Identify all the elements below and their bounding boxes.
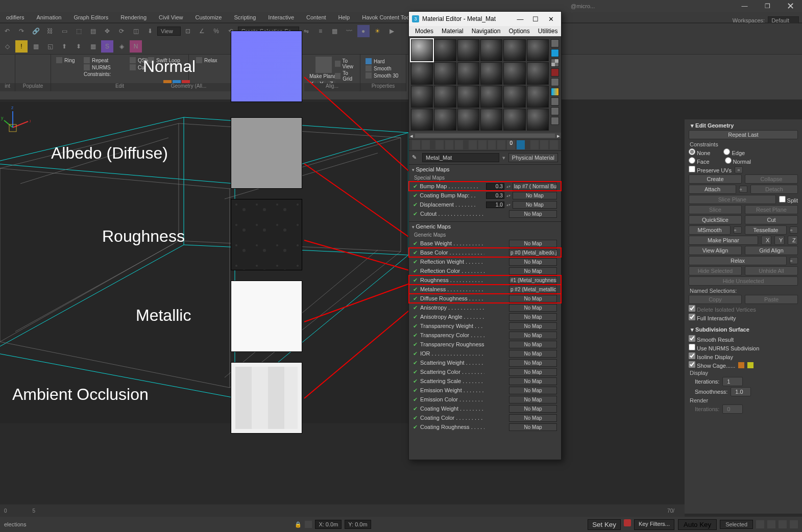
preview-icon[interactable] [551, 88, 559, 96]
video-check-icon[interactable] [551, 78, 559, 86]
slice-plane-button[interactable]: Slice Plane [689, 195, 776, 204]
constraint-face[interactable]: Face [689, 157, 710, 165]
map-amount-spinner[interactable]: 1.0 [486, 201, 504, 208]
n-icon[interactable]: N [130, 40, 142, 53]
select-by-mat-icon[interactable] [551, 107, 559, 115]
render-setup-icon[interactable]: ☀ [372, 25, 384, 37]
next-key-icon[interactable] [779, 520, 787, 528]
material-slot[interactable] [480, 86, 502, 108]
constraint-edge[interactable]: Edge [723, 148, 745, 156]
map-enable-check[interactable]: ✔ [413, 277, 418, 284]
preserve-uvs-check[interactable]: Preserve UVs [689, 166, 732, 173]
map-enable-check[interactable]: ✔ [413, 360, 418, 366]
map-slot-button[interactable]: No Map [509, 387, 557, 394]
me-menu-options[interactable]: Options [504, 28, 533, 35]
end-icon[interactable] [790, 520, 798, 528]
make-copy-icon[interactable] [469, 140, 477, 149]
material-slot[interactable] [411, 109, 433, 131]
assign-icon[interactable] [435, 140, 444, 149]
redo-icon[interactable]: ↷ [15, 25, 28, 37]
array-icon[interactable]: ▦ [30, 40, 42, 53]
move-icon[interactable]: ✥ [101, 25, 113, 37]
menu-modifiers[interactable]: odifiers [0, 13, 30, 21]
map-slot-button[interactable]: No Map [509, 423, 557, 431]
snapshot-icon[interactable]: ◱ [44, 40, 56, 53]
map-amount-spinner[interactable]: 0.3 [486, 192, 504, 199]
get-material-icon[interactable] [412, 140, 420, 149]
map-slot-button[interactable]: No Map [509, 267, 557, 275]
menu-content[interactable]: Content [300, 13, 332, 21]
map-slot-button[interactable]: No Map [509, 210, 557, 218]
backlight-icon[interactable] [551, 49, 559, 57]
snap-icon[interactable]: ⊡ [182, 25, 194, 37]
delete-isolated-check[interactable]: Delete Isolated Vertices [689, 305, 756, 313]
map-enable-check[interactable]: ✔ [413, 341, 418, 348]
put-to-scene-icon[interactable] [422, 140, 430, 149]
material-slot[interactable] [503, 109, 525, 131]
material-slot[interactable] [434, 86, 456, 108]
full-interactivity-check[interactable]: Full Interactivity [689, 314, 736, 321]
render-icon[interactable]: ▶ [386, 25, 398, 37]
map-enable-check[interactable]: ✔ [413, 183, 418, 190]
map-slot-button[interactable]: No Map [509, 405, 557, 413]
key-filter-dropdown[interactable]: Selected [720, 520, 753, 529]
smooth-button[interactable]: Smooth [363, 65, 400, 72]
key-icon[interactable] [624, 519, 631, 526]
selection-lock-icon[interactable] [305, 521, 312, 528]
map-enable-check[interactable]: ✔ [413, 286, 418, 293]
map-enable-check[interactable]: ✔ [413, 396, 418, 403]
attach-button[interactable]: Attach [689, 185, 736, 194]
undo-icon[interactable]: ↶ [1, 25, 13, 37]
preserve-uvs-settings[interactable]: ▫ [735, 166, 743, 173]
collapse-button[interactable]: Collapse [745, 174, 798, 184]
material-slot[interactable] [527, 86, 549, 108]
prev-key-icon[interactable] [767, 520, 775, 528]
material-name-input[interactable]: Metal_Mat [422, 153, 499, 162]
detach-button[interactable]: Detach [750, 185, 798, 194]
hide-unselected-button[interactable]: Hide Unselected [689, 276, 798, 286]
planar-z[interactable]: Z [788, 236, 798, 245]
map-slot-button[interactable]: No Map [509, 313, 557, 321]
material-slot[interactable] [480, 39, 502, 61]
iterations-spinner[interactable]: 1 [722, 377, 743, 386]
reset-icon[interactable] [445, 140, 453, 149]
y-coord[interactable]: Y: 0.0m [345, 520, 371, 529]
material-slot[interactable] [480, 109, 502, 131]
map-slot-button[interactable]: No Map [509, 396, 557, 403]
material-slot[interactable] [457, 109, 479, 131]
hide-selected-button[interactable]: Hide Selected [689, 266, 742, 275]
zero-icon[interactable]: 0 [507, 140, 515, 149]
show-map-icon[interactable] [517, 140, 525, 149]
map-enable-check[interactable]: ✔ [413, 201, 418, 208]
me-menu-utilities[interactable]: Utilities [534, 28, 562, 35]
material-slot[interactable] [411, 86, 433, 108]
flag-icon[interactable]: ! [15, 40, 28, 53]
material-slot[interactable] [527, 62, 549, 84]
material-slot[interactable] [503, 39, 525, 61]
repeat-button[interactable]: Repeat [82, 57, 113, 64]
map-slot-button[interactable]: p #2 (Metal_metallic.j [509, 286, 557, 293]
dialog-close[interactable]: ✕ [544, 14, 558, 24]
menu-animation[interactable]: Animation [30, 13, 67, 21]
constraint-normal[interactable]: Normal [725, 157, 751, 165]
material-slot[interactable] [411, 62, 433, 84]
map-slot-button[interactable]: No Map [509, 304, 557, 312]
map-slot-button[interactable]: No Map [509, 414, 557, 422]
material-type-button[interactable]: Physical Material [508, 153, 558, 162]
uv-tiling-icon[interactable] [551, 68, 559, 77]
attach-settings[interactable]: ▫ [739, 186, 747, 193]
rotate-icon[interactable]: ⟳ [115, 25, 128, 37]
x-coord[interactable]: X: 0.0m [315, 520, 342, 529]
preset-icon[interactable]: ◈ [115, 40, 128, 53]
map-slot-button[interactable]: p #0 (Metal_albedo.jp [509, 249, 557, 257]
menu-customize[interactable]: Customize [189, 13, 228, 21]
material-slot[interactable] [434, 39, 456, 61]
create-button[interactable]: Create [689, 174, 742, 184]
tessellate-button[interactable]: Tessellate [745, 225, 787, 235]
map-slot-button[interactable]: No Map [509, 240, 557, 247]
msmooth-button[interactable]: MSmooth [689, 225, 731, 235]
map-enable-check[interactable]: ✔ [413, 369, 418, 375]
unhide-all-button[interactable]: Unhide All [745, 266, 798, 275]
map-enable-check[interactable]: ✔ [413, 350, 418, 357]
ring-button[interactable]: Ring [54, 57, 77, 64]
